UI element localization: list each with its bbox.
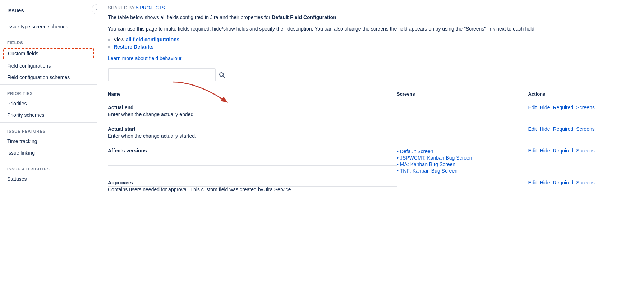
field-screens-0	[397, 100, 528, 122]
restore-defaults-link[interactable]: Restore Defaults	[114, 44, 153, 50]
action-required-link[interactable]: Required	[553, 148, 574, 154]
field-actions-0: EditHideRequiredScreens	[528, 100, 633, 122]
action-required-link[interactable]: Required	[553, 105, 574, 110]
shared-projects-link[interactable]: 5 PROJECTS	[136, 5, 165, 10]
svg-line-2	[223, 76, 224, 77]
field-desc-3: Contains users needed for approval. This…	[108, 186, 397, 197]
col-header-name: Name	[108, 88, 397, 100]
table-row: ApproversEditHideRequiredScreens	[108, 175, 633, 186]
table-row: Actual startEditHideRequiredScreens	[108, 122, 633, 133]
action-screens-link[interactable]: Screens	[576, 126, 594, 132]
sidebar-section-fields: FIELDS	[0, 36, 97, 47]
search-button[interactable]	[218, 72, 225, 78]
field-actions-2: EditHideRequiredScreens	[528, 143, 633, 175]
action-required-link[interactable]: Required	[553, 126, 574, 132]
screen-item: JSPWCMT: Kanban Bug Screen	[397, 155, 524, 161]
action-hide-link[interactable]: Hide	[540, 105, 550, 110]
action-hide-link[interactable]: Hide	[540, 180, 550, 185]
restore-defaults-item: Restore Defaults	[114, 44, 633, 50]
field-screens-3	[397, 175, 528, 197]
field-desc-2	[108, 166, 397, 175]
screen-item: MA: Kanban Bug Screen	[397, 161, 524, 167]
learn-more-link[interactable]: Learn more about field behaviour	[108, 55, 181, 61]
action-screens-link[interactable]: Screens	[576, 180, 594, 185]
description-line1: The table below shows all fields configu…	[108, 13, 633, 21]
field-name-text: Affects versions	[108, 148, 147, 154]
bullet-links-list: View all field configurations Restore De…	[114, 37, 633, 50]
field-desc-1: Enter when the change actually started.	[108, 133, 397, 143]
table-row: Affects versionsDefault ScreenJSPWCMT: K…	[108, 143, 633, 166]
description-line2: You can use this page to make fields req…	[108, 25, 633, 33]
action-edit-link[interactable]: Edit	[528, 180, 537, 185]
fields-table: Name Screens Actions Actual endEditHideR…	[108, 88, 633, 197]
sidebar: Issues Issue type screen schemes FIELDS …	[0, 0, 97, 284]
action-hide-link[interactable]: Hide	[540, 148, 550, 154]
field-name-1: Actual start	[108, 122, 397, 133]
action-edit-link[interactable]: Edit	[528, 105, 537, 110]
col-header-actions: Actions	[528, 88, 633, 100]
search-input[interactable]	[108, 68, 216, 81]
sidebar-item-priorities[interactable]: Priorities	[0, 98, 97, 109]
field-name-text: Actual end	[108, 105, 134, 110]
view-link-item: View all field configurations	[114, 37, 633, 42]
action-edit-link[interactable]: Edit	[528, 148, 537, 154]
action-edit-link[interactable]: Edit	[528, 126, 537, 132]
sidebar-item-priority-schemes[interactable]: Priority schemes	[0, 109, 97, 121]
field-desc-0: Enter when the change actually ended.	[108, 111, 397, 122]
shared-banner: SHARED BY 5 PROJECTS	[108, 0, 633, 13]
action-required-link[interactable]: Required	[553, 180, 574, 185]
field-name-text: Approvers	[108, 180, 133, 185]
sidebar-item-time-tracking[interactable]: Time tracking	[0, 136, 97, 147]
sidebar-title: Issues	[0, 4, 97, 18]
field-screens-1	[397, 122, 528, 143]
col-header-screens: Screens	[397, 88, 528, 100]
field-screens-2: Default ScreenJSPWCMT: Kanban Bug Screen…	[397, 143, 528, 175]
field-name-2: Affects versions	[108, 143, 397, 166]
sidebar-section-priorities: PRIORITIES	[0, 86, 97, 98]
field-actions-3: EditHideRequiredScreens	[528, 175, 633, 197]
action-screens-link[interactable]: Screens	[576, 148, 594, 154]
screen-item: Default Screen	[397, 148, 524, 154]
search-icon	[218, 72, 225, 78]
field-name-text: Actual start	[108, 126, 135, 132]
sidebar-item-issue-type-screen-schemes[interactable]: Issue type screen schemes	[0, 21, 97, 32]
sidebar-section-issue-attributes: ISSUE ATTRIBUTES	[0, 162, 97, 173]
action-screens-link[interactable]: Screens	[576, 105, 594, 110]
table-row: Actual endEditHideRequiredScreens	[108, 100, 633, 111]
search-row	[108, 68, 633, 81]
field-actions-1: EditHideRequiredScreens	[528, 122, 633, 143]
field-name-0: Actual end	[108, 100, 397, 111]
sidebar-section-issue-features: ISSUE FEATURES	[0, 124, 97, 136]
view-label: View	[114, 37, 126, 42]
all-field-configurations-link[interactable]: all field configurations	[126, 37, 179, 42]
sidebar-item-statuses[interactable]: Statuses	[0, 173, 97, 185]
screen-item: TNF: Kanban Bug Screen	[397, 168, 524, 174]
field-name-3: Approvers	[108, 175, 397, 186]
action-hide-link[interactable]: Hide	[540, 126, 550, 132]
main-content: SHARED BY 5 PROJECTS The table below sho…	[97, 0, 644, 284]
sidebar-item-custom-fields[interactable]: Custom fields	[3, 48, 94, 59]
sidebar-item-field-configuration-schemes[interactable]: Field configuration schemes	[0, 72, 97, 83]
sidebar-item-issue-linking[interactable]: Issue linking	[0, 147, 97, 159]
sidebar-item-field-configurations[interactable]: Field configurations	[0, 60, 97, 72]
